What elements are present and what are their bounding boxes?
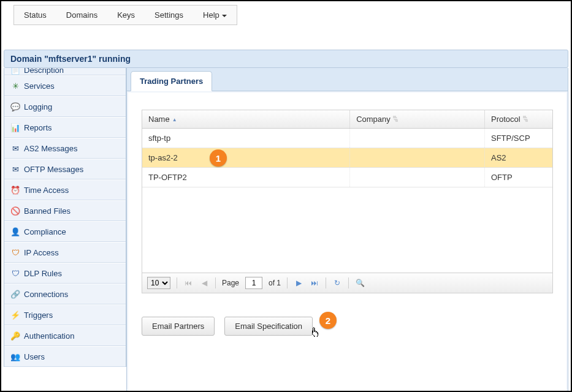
description-icon: 📄: [10, 68, 20, 75]
main-panel: Trading Partners Name Company Protocol s…: [126, 68, 568, 392]
page-of-label: of 1: [269, 279, 281, 287]
search-icon[interactable]: 🔍: [355, 278, 365, 288]
auth-icon: 🔑: [10, 331, 20, 341]
sidebar-item-label: Triggers: [24, 311, 53, 320]
sidebar-item-label: OFTP Messages: [24, 165, 83, 174]
sidebar-item-label: Users: [24, 352, 45, 361]
sidebar-item-label: Banned Files: [24, 206, 71, 216]
sidebar-item-label: AS2 Messages: [24, 144, 77, 153]
sidebar-item-banned-files[interactable]: 🚫 Banned Files: [4, 200, 126, 221]
sidebar-item-triggers[interactable]: ⚡ Triggers: [4, 304, 126, 325]
sidebar-item-label: Description: [24, 68, 64, 75]
pager-sep: [348, 277, 349, 288]
sidebar-item-authentication[interactable]: 🔑 Authentication: [4, 325, 126, 346]
top-menu: Status Domains Keys Settings Help: [1, 1, 571, 29]
connections-icon: 🔗: [10, 289, 20, 299]
sidebar-item-time-access[interactable]: ⏰ Time Access: [4, 179, 126, 200]
cell-protocol: OFTP: [485, 168, 552, 187]
menu-settings[interactable]: Settings: [145, 6, 193, 24]
email-specification-button[interactable]: Email Specification: [224, 317, 313, 336]
sidebar-item-label: Connections: [24, 290, 68, 299]
col-name[interactable]: Name: [142, 110, 350, 128]
pager-sep: [177, 277, 177, 288]
col-company[interactable]: Company: [350, 110, 485, 128]
cell-name: TP-OFTP2: [142, 168, 350, 187]
partners-table: Name Company Protocol sftp-tp SFTP/SCP t…: [142, 110, 553, 293]
table-body: sftp-tp SFTP/SCP tp-as2-2 AS2 1 TP-OFTP2…: [142, 129, 552, 273]
domain-title-bar: Domain "mftserver1" running: [4, 50, 568, 68]
sidebar-item-label: Time Access: [24, 186, 69, 195]
sidebar-item-compliance[interactable]: 👤 Compliance: [4, 221, 126, 242]
cell-name: tp-as2-2: [142, 148, 350, 167]
sidebar-item-label: Compliance: [24, 227, 66, 236]
as2-icon: ✉: [10, 143, 20, 153]
sidebar-item-oftp-messages[interactable]: ✉ OFTP Messages: [4, 159, 126, 179]
tab-strip: Trading Partners: [127, 68, 568, 91]
logging-icon: 💬: [10, 102, 20, 111]
annotation-badge-1: 1: [210, 149, 227, 167]
pager: 10 ⏮ ◀ Page of 1 ▶ ⏭ ↻ 🔍: [142, 273, 552, 293]
cell-name: sftp-tp: [142, 129, 350, 148]
last-page-icon[interactable]: ⏭: [310, 278, 319, 288]
oftp-icon: ✉: [10, 164, 20, 174]
annotation-badge-2: 2: [319, 312, 337, 329]
cell-company: [350, 168, 485, 187]
sidebar-item-ip-access[interactable]: 🛡 IP Access: [4, 242, 126, 263]
page-size-select[interactable]: 10: [147, 277, 170, 289]
cell-protocol: SFTP/SCP: [485, 129, 552, 148]
dlp-icon: 🛡: [10, 268, 20, 278]
reports-icon: 📊: [10, 123, 20, 132]
menu-status[interactable]: Status: [14, 6, 56, 24]
sidebar: 📄 Description ✳ Services 💬 Logging 📊 Rep…: [4, 68, 126, 367]
sidebar-item-label: IP Access: [24, 248, 59, 257]
cell-company: [350, 148, 485, 167]
banned-icon: 🚫: [10, 206, 20, 216]
triggers-icon: ⚡: [10, 310, 20, 320]
sidebar-item-as2-messages[interactable]: ✉ AS2 Messages: [4, 138, 126, 159]
top-menu-wrap: Status Domains Keys Settings Help: [13, 5, 237, 25]
time-icon: ⏰: [10, 185, 20, 195]
sidebar-item-label: Authentication: [24, 331, 74, 341]
page-label: Page: [222, 279, 239, 287]
menu-keys[interactable]: Keys: [107, 6, 145, 24]
menu-domains[interactable]: Domains: [56, 6, 107, 24]
users-icon: 👥: [10, 352, 20, 361]
ip-icon: 🛡: [10, 247, 20, 257]
pager-sep: [215, 277, 216, 288]
sidebar-item-label: DLP Rules: [24, 269, 62, 278]
pager-sep: [287, 277, 288, 288]
sidebar-item-label: Logging: [24, 102, 52, 111]
sidebar-item-reports[interactable]: 📊 Reports: [4, 117, 126, 138]
sidebar-item-services[interactable]: ✳ Services: [4, 75, 126, 96]
email-partners-button[interactable]: Email Partners: [142, 317, 215, 336]
button-row: Email Partners Email Specification 2 👆︎: [142, 317, 553, 336]
first-page-icon[interactable]: ⏮: [183, 278, 193, 288]
services-icon: ✳: [10, 81, 20, 91]
sidebar-item-logging[interactable]: 💬 Logging: [4, 96, 126, 117]
table-row[interactable]: sftp-tp SFTP/SCP: [142, 129, 552, 148]
panel-body: Name Company Protocol sftp-tp SFTP/SCP t…: [128, 92, 566, 392]
table-row[interactable]: tp-as2-2 AS2 1: [142, 148, 552, 168]
compliance-icon: 👤: [10, 227, 20, 236]
next-page-icon[interactable]: ▶: [294, 278, 303, 288]
sidebar-item-description[interactable]: 📄 Description: [4, 68, 126, 75]
table-header: Name Company Protocol: [142, 110, 552, 129]
sidebar-item-connections[interactable]: 🔗 Connections: [4, 284, 126, 304]
sidebar-item-label: Reports: [24, 123, 52, 132]
cursor-pointer-icon: 👆︎: [310, 326, 321, 339]
prev-page-icon[interactable]: ◀: [199, 278, 209, 288]
col-protocol[interactable]: Protocol: [485, 110, 552, 128]
sidebar-item-users[interactable]: 👥 Users: [4, 346, 126, 367]
menu-help[interactable]: Help: [193, 6, 237, 24]
cell-company: [350, 129, 485, 148]
page-input[interactable]: [245, 277, 262, 289]
refresh-icon[interactable]: ↻: [332, 278, 342, 288]
pager-sep: [326, 277, 326, 288]
table-row[interactable]: TP-OFTP2 OFTP: [142, 168, 552, 187]
sidebar-item-dlp-rules[interactable]: 🛡 DLP Rules: [4, 263, 126, 284]
cell-protocol: AS2: [485, 148, 552, 167]
sidebar-item-label: Services: [24, 81, 55, 91]
tab-trading-partners[interactable]: Trading Partners: [131, 71, 212, 91]
